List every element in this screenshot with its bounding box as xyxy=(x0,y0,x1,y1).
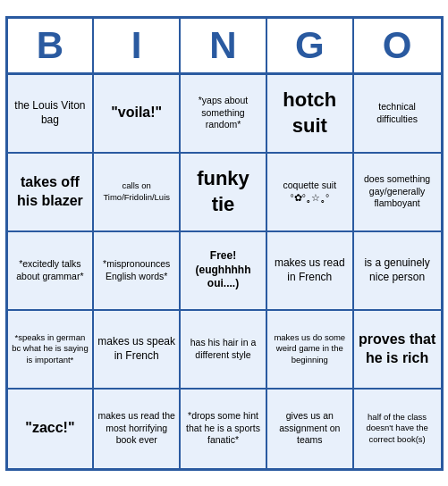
bingo-cell[interactable]: makes us do some weird game in the begin… xyxy=(267,311,354,390)
bingo-cell[interactable]: does something gay/generally flamboyant xyxy=(354,154,441,232)
bingo-cell[interactable]: coquette suit °✿°˳☆˳° xyxy=(267,154,354,232)
bingo-cell[interactable]: proves that he is rich xyxy=(354,311,441,390)
bingo-cell[interactable]: *excitedly talks about grammar* xyxy=(8,232,95,311)
bingo-cell[interactable]: *yaps about something random* xyxy=(181,75,267,154)
letter-n: N xyxy=(181,19,267,72)
bingo-cell[interactable]: hotch suit xyxy=(267,75,354,154)
bingo-cell[interactable]: gives us an assignment on teams xyxy=(267,390,354,468)
bingo-card: B I N G O the Louis Viton bag"voila!"*ya… xyxy=(5,16,444,471)
letter-o: O xyxy=(354,19,441,72)
bingo-cell[interactable]: is a genuinely nice person xyxy=(354,232,441,311)
bingo-cell[interactable]: calls on Timo/Fridolin/Luis xyxy=(94,154,181,232)
bingo-cell[interactable]: "zacc!" xyxy=(8,390,95,468)
bingo-cell[interactable]: half of the class doesn't have the corre… xyxy=(354,390,441,468)
letter-i: I xyxy=(94,19,181,72)
bingo-cell[interactable]: takes off his blazer xyxy=(8,154,95,232)
letter-b: B xyxy=(8,19,95,72)
bingo-cell[interactable]: *speaks in german bc what he is saying i… xyxy=(8,311,95,390)
bingo-cell[interactable]: makes us speak in French xyxy=(94,311,181,390)
letter-g: G xyxy=(267,19,354,72)
bingo-grid: the Louis Viton bag"voila!"*yaps about s… xyxy=(8,72,441,468)
bingo-cell[interactable]: Free! (eughhhhh oui....) xyxy=(181,232,267,311)
bingo-cell[interactable]: *mispronounces English words* xyxy=(94,232,181,311)
bingo-cell[interactable]: has his hair in a different style xyxy=(181,311,267,390)
bingo-header: B I N G O xyxy=(8,19,441,72)
bingo-cell[interactable]: the Louis Viton bag xyxy=(8,75,95,154)
bingo-cell[interactable]: *drops some hint that he is a sports fan… xyxy=(181,390,267,468)
bingo-cell[interactable]: makes us read in French xyxy=(267,232,354,311)
bingo-cell[interactable]: "voila!" xyxy=(94,75,181,154)
bingo-cell[interactable]: makes us read the most horrifying book e… xyxy=(94,390,181,468)
bingo-cell[interactable]: funky tie xyxy=(181,154,267,232)
bingo-cell[interactable]: technical difficulties xyxy=(354,75,441,154)
